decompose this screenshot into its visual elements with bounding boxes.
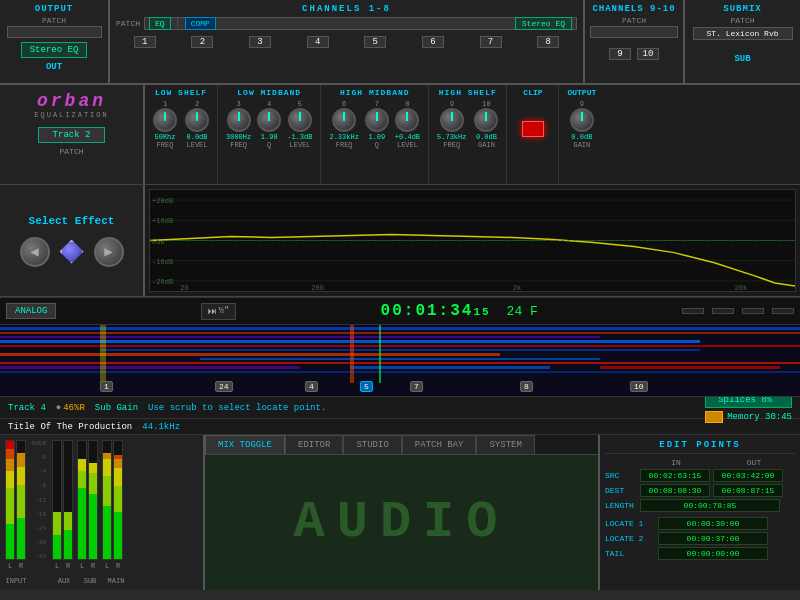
ep-dest-out: 00:08:87:15 [713, 484, 783, 497]
svg-text:-10dB: -10dB [152, 258, 173, 266]
ch-num-6[interactable]: 6 [422, 36, 444, 48]
ep-locate1-val: 00:00:30:00 [658, 517, 768, 530]
low-mid-band: LOW MIDBAND 3 3000Hz FREQ 4 1.98 Q 5 -1.… [218, 85, 321, 184]
svg-rect-15 [0, 327, 800, 330]
output-out-label: OUT [46, 62, 62, 72]
ch-num-7[interactable]: 7 [480, 36, 502, 48]
ch-num-1[interactable]: 1 [134, 36, 156, 48]
vu-sub: L R [77, 440, 98, 570]
knob-3[interactable] [227, 108, 251, 132]
high-mid-title: HIGH MIDBAND [340, 88, 410, 97]
knob-8[interactable] [395, 108, 419, 132]
svg-rect-21 [0, 353, 500, 356]
ep-locate1-label: LOCATE 1 [605, 519, 655, 528]
orban-patch: PATCH [59, 147, 83, 156]
knob-1-label: FREQ [157, 141, 174, 149]
knob-7[interactable] [365, 108, 389, 132]
eq-graph: +20dB +10dB 0dB -10dB -20dB 20 200 2k 20… [149, 189, 796, 292]
tab-mix-toggle[interactable]: MIX TOGGLE [205, 435, 285, 454]
knob-8-val: +0.4dB [395, 133, 420, 141]
tab-editor[interactable]: EDITOR [285, 435, 343, 454]
svg-text:+20dB: +20dB [152, 197, 173, 205]
high-shelf-band: HIGH SHELF 9 5.73kHz FREQ 10 0.0dB GAIN [429, 85, 507, 184]
tab-studio[interactable]: STUDIO [343, 435, 401, 454]
ep-out-col: OUT [717, 458, 791, 467]
knob-2[interactable] [185, 108, 209, 132]
svg-text:20k: 20k [735, 284, 748, 291]
ch-num-8[interactable]: 8 [537, 36, 559, 48]
knob-5-num: 5 [298, 100, 302, 108]
svg-rect-27 [0, 371, 800, 373]
ep-locate2-val: 00:00:37:00 [658, 532, 768, 545]
knob-4[interactable] [257, 108, 281, 132]
ep-length-val: 00:00:78:85 [640, 499, 780, 512]
transport-btn-1[interactable] [682, 308, 704, 314]
tab-content: AUDIO [205, 455, 598, 590]
svg-rect-17 [0, 336, 600, 338]
clip-led [522, 121, 544, 137]
knob-6[interactable] [332, 108, 356, 132]
svg-rect-30 [350, 325, 354, 383]
ch-num-9[interactable]: 9 [609, 48, 631, 60]
vu-meters-section: L R OVER 0 -4 -8 -12 -18 -24 -30 -42 [0, 435, 205, 590]
vu-main: L R [102, 440, 123, 570]
knob-3-num: 3 [237, 100, 241, 108]
knob-10[interactable] [474, 108, 498, 132]
knob-7-num: 7 [375, 100, 379, 108]
clip-section: CLIP [507, 85, 559, 184]
ch-num-2[interactable]: 2 [191, 36, 213, 48]
track-percent: ● 46%R [56, 403, 85, 413]
marker-5: 5 [360, 381, 373, 392]
tab-patch-bay[interactable]: PATCH BAY [402, 435, 477, 454]
knob-4-num: 4 [267, 100, 271, 108]
sub-gain-label: Sub Gain [95, 403, 138, 413]
stereo-eq-btn[interactable]: Stereo EQ [515, 17, 572, 30]
vu-sub-l: L [77, 562, 87, 570]
low-shelf-band: LOW SHELF 1 50Khz FREQ 2 0.0dB LEVEL [145, 85, 218, 184]
output-eq-btn[interactable]: Stereo EQ [21, 42, 88, 58]
low-mid-title: LOW MIDBAND [237, 88, 301, 97]
ch-num-10[interactable]: 10 [637, 48, 659, 60]
svg-text:+10dB: +10dB [152, 217, 173, 225]
marker-7: 7 [410, 381, 423, 392]
ch-num-3[interactable]: 3 [249, 36, 271, 48]
orban-track-btn[interactable]: Track 2 [38, 127, 106, 143]
vu-main-r: R [113, 562, 123, 570]
tab-system[interactable]: SYSTEM [476, 435, 534, 454]
ep-tail-label: TAIL [605, 549, 655, 558]
output-patch-bar [7, 26, 102, 38]
sub-label: SUB [734, 54, 750, 64]
ch-num-4[interactable]: 4 [307, 36, 329, 48]
ch-num-5[interactable]: 5 [364, 36, 386, 48]
svg-rect-22 [200, 358, 600, 360]
transport-btn-2[interactable] [712, 308, 734, 314]
knob-5[interactable] [288, 108, 312, 132]
comp-button[interactable]: COMP [185, 17, 216, 30]
ep-dest-in: 00:08:08:30 [640, 484, 710, 497]
effect-next-btn[interactable]: ▶ [94, 237, 124, 267]
transport-btn-4[interactable] [772, 308, 794, 314]
effect-prev-btn[interactable]: ◀ [20, 237, 50, 267]
knob-9[interactable] [440, 108, 464, 132]
vu-l-label: L [5, 562, 15, 570]
knob-8-num: 8 [405, 100, 409, 108]
divider: | [175, 18, 181, 29]
output-section: OUTPUT PATCH Stereo EQ OUT [0, 0, 110, 83]
transport-btn-3[interactable] [742, 308, 764, 314]
out-knob-num: 9 [580, 100, 584, 108]
timeline: 1 24 4 5 7 8 10 [0, 325, 800, 397]
knob-4-val: 1.98 [261, 133, 278, 141]
analog-btn[interactable]: ANALOG [6, 303, 56, 319]
knob-5-val: -1.3dB [287, 133, 312, 141]
ep-dest-label: DEST [605, 486, 637, 495]
eq-button[interactable]: EQ [149, 17, 171, 30]
vu-main-l: L [102, 562, 112, 570]
vu-lr-2: L R [52, 440, 73, 570]
production-title: Title Of The Production [8, 422, 132, 432]
knob-1[interactable] [153, 108, 177, 132]
ep-src-out: 00:03:42:00 [713, 469, 783, 482]
ch-patch-label: PATCH [116, 19, 140, 28]
out-knob[interactable] [570, 108, 594, 132]
knob-5-label: LEVEL [289, 141, 310, 149]
output-patch-label: PATCH [42, 16, 66, 25]
